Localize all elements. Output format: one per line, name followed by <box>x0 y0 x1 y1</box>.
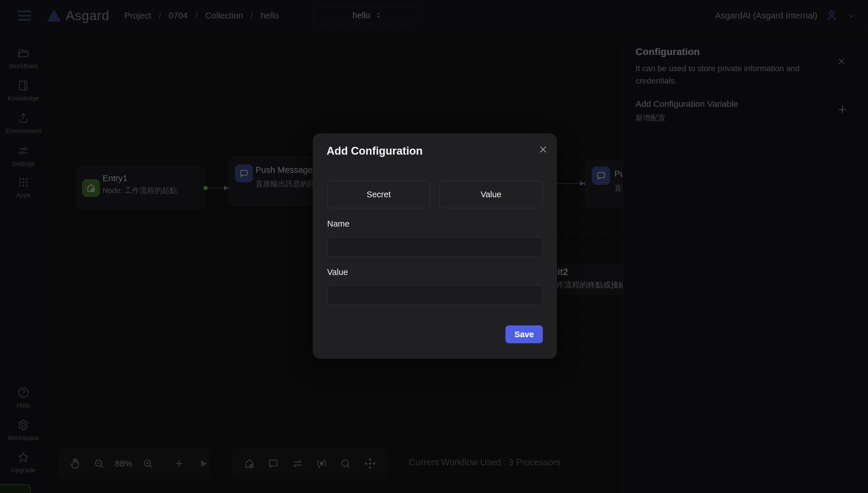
app-root: Asgard Project / 0704 / Collection / hel… <box>0 0 868 493</box>
name-field-label: Name <box>327 219 349 229</box>
name-input[interactable] <box>327 237 543 257</box>
save-button[interactable]: Save <box>505 325 543 343</box>
modal-title: Add Configuration <box>327 145 422 157</box>
value-input[interactable] <box>327 285 543 305</box>
add-configuration-modal: Add Configuration Secret Value Name Valu… <box>313 133 557 359</box>
tab-label: Secret <box>367 190 391 199</box>
tab-secret[interactable]: Secret <box>327 180 430 208</box>
value-field-label: Value <box>327 267 348 277</box>
tab-value[interactable]: Value <box>439 180 543 208</box>
tab-label: Value <box>481 190 501 199</box>
close-icon[interactable] <box>538 144 548 155</box>
